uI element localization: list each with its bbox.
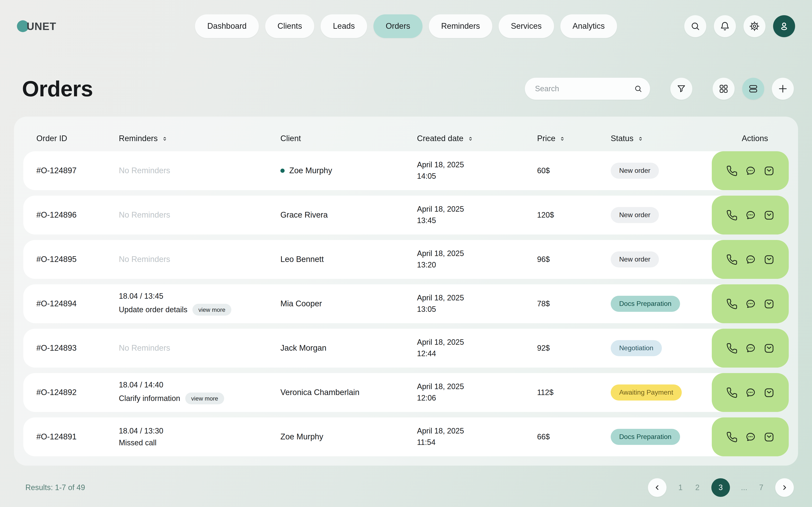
created-date-cell: April 18, 2025 14:05 <box>417 159 537 182</box>
table-row[interactable]: #O-124895 No Reminders Leo Bennett April… <box>23 240 789 279</box>
nav-item-leads[interactable]: Leads <box>320 14 367 38</box>
status-cell: Docs Preparation <box>611 296 716 312</box>
list-view-icon <box>748 83 758 94</box>
page-head: Orders <box>22 76 794 101</box>
search-icon[interactable] <box>634 83 643 94</box>
nav-item-dashboard[interactable]: Dashboard <box>195 14 259 38</box>
nav-item-services[interactable]: Services <box>499 14 554 38</box>
page-number[interactable]: 2 <box>695 483 700 492</box>
nav-item-clients[interactable]: Clients <box>265 14 314 38</box>
table-row[interactable]: #O-124896 No Reminders Grace Rivera Apri… <box>23 195 789 234</box>
filter-button[interactable] <box>670 78 692 100</box>
mail-button[interactable] <box>763 387 774 398</box>
price-cell: 96$ <box>537 255 611 264</box>
settings-button[interactable] <box>744 15 765 37</box>
client-cell: Mia Cooper <box>281 299 417 308</box>
chat-button[interactable] <box>745 254 756 265</box>
call-button[interactable] <box>726 165 738 176</box>
client-name: Zoe Murphy <box>281 432 323 442</box>
topbar-actions <box>684 0 795 52</box>
mail-icon <box>763 431 774 443</box>
search-input[interactable] <box>534 84 634 94</box>
call-button[interactable] <box>726 298 738 309</box>
nav-item-orders[interactable]: Orders <box>373 14 422 38</box>
chat-button[interactable] <box>745 342 756 354</box>
status-badge: New order <box>611 207 659 223</box>
next-page-button[interactable] <box>775 478 794 497</box>
call-button[interactable] <box>726 342 738 354</box>
created-date: April 18, 2025 <box>417 337 537 348</box>
logo[interactable]: UNET <box>17 0 56 52</box>
created-time: 14:05 <box>417 171 537 182</box>
mail-button[interactable] <box>763 209 774 221</box>
chat-button[interactable] <box>745 387 756 398</box>
call-button[interactable] <box>726 431 738 443</box>
sort-status-button[interactable] <box>637 135 644 142</box>
prev-page-button[interactable] <box>648 478 666 497</box>
profile-button[interactable] <box>773 15 795 37</box>
nav-item-analytics[interactable]: Analytics <box>560 14 617 38</box>
status-badge: New order <box>611 163 659 179</box>
chat-button[interactable] <box>745 209 756 221</box>
mail-button[interactable] <box>763 254 774 265</box>
mail-button[interactable] <box>763 298 774 309</box>
row-actions <box>712 373 789 412</box>
search-button[interactable] <box>684 15 706 37</box>
reminder-text: Clarify information <box>119 394 180 403</box>
page-number[interactable]: 7 <box>758 483 764 492</box>
notifications-button[interactable] <box>714 15 736 37</box>
page-number-current[interactable]: 3 <box>711 478 730 497</box>
mail-button[interactable] <box>763 431 774 443</box>
order-id: #O-124893 <box>36 343 119 353</box>
column-header-client: Client <box>281 134 417 143</box>
chat-bubble-icon <box>745 209 756 221</box>
status-cell: New order <box>611 251 716 268</box>
mail-button[interactable] <box>763 165 774 176</box>
sort-price-button[interactable] <box>559 135 566 142</box>
phone-icon <box>726 342 738 354</box>
created-time: 13:05 <box>417 304 537 315</box>
list-view-button[interactable] <box>742 78 764 100</box>
phone-icon <box>726 298 738 309</box>
mail-button[interactable] <box>763 342 774 354</box>
table-row[interactable]: #O-124892 18.04 / 14:40 Clarify informat… <box>23 373 789 412</box>
client-name: Leo Bennett <box>281 255 324 264</box>
phone-icon <box>726 254 738 265</box>
reminders-cell: No Reminders <box>119 166 281 175</box>
chat-button[interactable] <box>745 165 756 176</box>
call-button[interactable] <box>726 387 738 398</box>
orders-table: Order ID Reminders Client Created date P… <box>14 117 798 466</box>
created-date: April 18, 2025 <box>417 159 537 171</box>
created-date: April 18, 2025 <box>417 381 537 393</box>
created-time: 13:45 <box>417 215 537 226</box>
mail-icon <box>763 342 774 354</box>
table-row[interactable]: #O-124893 No Reminders Jack Morgan April… <box>23 329 789 368</box>
table-row[interactable]: #O-124894 18.04 / 13:45 Update order det… <box>23 284 789 323</box>
main-nav: Dashboard Clients Leads Orders Reminders… <box>195 14 617 38</box>
grid-view-button[interactable] <box>713 78 734 100</box>
created-date-cell: April 18, 2025 13:05 <box>417 292 537 315</box>
online-dot-icon <box>281 169 285 173</box>
gear-icon <box>749 21 760 31</box>
column-header-price: Price <box>537 134 611 143</box>
sort-created-date-button[interactable] <box>467 135 474 142</box>
no-reminders-label: No Reminders <box>119 343 170 352</box>
page-number[interactable]: 1 <box>677 483 683 492</box>
reminder-datetime: 18.04 / 14:40 <box>119 381 281 390</box>
nav-item-reminders[interactable]: Reminders <box>429 14 492 38</box>
row-actions <box>712 151 789 190</box>
chat-button[interactable] <box>745 431 756 443</box>
sort-reminders-button[interactable] <box>161 135 168 142</box>
add-order-button[interactable] <box>772 78 794 100</box>
table-row[interactable]: #O-124897 No Reminders Zoe Murphy April … <box>23 151 789 190</box>
chat-button[interactable] <box>745 298 756 309</box>
call-button[interactable] <box>726 254 738 265</box>
row-actions <box>712 329 789 368</box>
client-name: Zoe Murphy <box>289 166 332 175</box>
column-header-created-date: Created date <box>417 134 537 143</box>
call-button[interactable] <box>726 209 738 221</box>
view-more-button[interactable]: view more <box>192 304 231 316</box>
view-more-button[interactable]: view more <box>185 393 224 404</box>
table-row[interactable]: #O-124891 18.04 / 13:30 Missed call Zoe … <box>23 417 789 456</box>
row-actions <box>712 417 789 456</box>
